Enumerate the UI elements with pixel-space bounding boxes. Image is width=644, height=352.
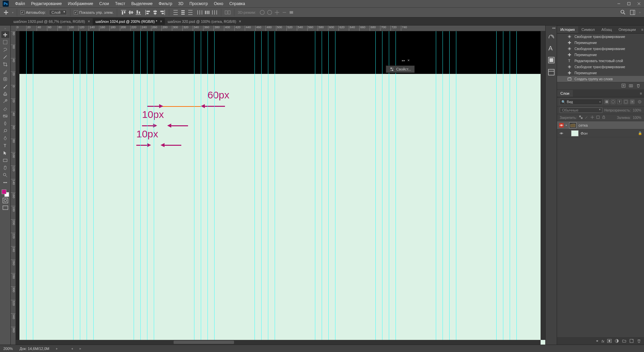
pen-tool[interactable] [1, 135, 9, 141]
layer-fx-icon[interactable]: fx [601, 339, 604, 343]
distribute-bottom-icon[interactable] [187, 9, 193, 15]
lasso-tool[interactable] [1, 46, 9, 53]
text-tool[interactable]: T [1, 142, 9, 149]
3d-orbit-icon[interactable] [259, 9, 265, 15]
menu-выделение[interactable]: Выделение [128, 0, 156, 7]
distribute-right-icon[interactable] [212, 9, 218, 15]
tab-actions[interactable]: Операции [615, 26, 639, 33]
guide-vertical[interactable] [389, 31, 389, 345]
visibility-eye-icon[interactable] [559, 131, 564, 136]
libraries-panel-icon[interactable] [547, 69, 556, 76]
color-swatches[interactable] [2, 189, 9, 197]
link-layers-icon[interactable]: ⚭ [596, 339, 599, 343]
snapshot-icon[interactable] [629, 83, 633, 89]
screen-mode-icon[interactable] [2, 205, 9, 211]
3d-roll-icon[interactable] [267, 9, 273, 15]
healing-tool[interactable] [1, 76, 9, 82]
document-tab[interactable]: шаблон 320.psd @ 100% (сетка, RGB/8)× [165, 18, 244, 25]
horizontal-scrollbar[interactable] [16, 340, 541, 345]
brush-tool[interactable] [1, 83, 9, 90]
properties-panel-collapsed[interactable]: Свойст... [386, 65, 415, 73]
new-group-icon[interactable] [622, 339, 627, 344]
guide-vertical[interactable] [261, 31, 262, 345]
eyedropper-tool[interactable] [1, 68, 9, 75]
guide-vertical[interactable] [87, 31, 87, 345]
create-document-icon[interactable] [621, 83, 626, 89]
guide-vertical[interactable] [255, 31, 255, 345]
guide-vertical[interactable] [382, 31, 382, 345]
adjustment-layer-icon[interactable] [614, 339, 619, 344]
menu-изображение[interactable]: Изображение [65, 0, 96, 7]
auto-select-target-dropdown[interactable]: Слой [49, 10, 67, 15]
document-tab[interactable]: шаблон 1024.psd @ 200% (RGB/8) *× [93, 18, 165, 25]
hand-tool[interactable] [1, 164, 9, 171]
layer-filter-dropdown[interactable]: 🔍Вид [560, 99, 602, 105]
styles-panel-icon[interactable] [547, 56, 556, 64]
blend-mode-dropdown[interactable]: Обычные [560, 107, 602, 113]
ruler-horizontal[interactable]: 0204060801001201401601802002202402602803… [16, 26, 545, 31]
filter-pixel-icon[interactable] [604, 99, 609, 104]
layer-name[interactable]: Фон [581, 131, 588, 135]
panel-menu-icon[interactable]: ≡ [639, 28, 644, 32]
guide-vertical[interactable] [510, 31, 510, 345]
blur-tool[interactable] [1, 120, 9, 127]
guide-vertical[interactable] [275, 31, 275, 345]
document-tab[interactable]: шаблон 1920.psd @ 66,7% (сетка, RGB/8)× [11, 18, 93, 25]
vertical-scrollbar[interactable] [541, 31, 545, 340]
guide-vertical[interactable] [503, 31, 503, 345]
guide-vertical[interactable] [375, 31, 376, 345]
3d-camera-icon[interactable] [289, 9, 295, 15]
gradient-tool[interactable] [1, 113, 9, 119]
guide-vertical[interactable] [80, 31, 80, 345]
visibility-eye-icon[interactable] [559, 123, 564, 128]
menu-просмотр[interactable]: Просмотр [186, 0, 211, 7]
lock-position-icon[interactable] [590, 115, 594, 120]
filter-text-icon[interactable]: T [617, 99, 622, 104]
tab-history[interactable]: История [557, 26, 578, 33]
guide-vertical[interactable] [214, 31, 215, 345]
guide-vertical[interactable] [194, 31, 194, 345]
guide-vertical[interactable] [335, 31, 335, 345]
guide-vertical[interactable] [33, 31, 33, 345]
adjustments-panel-icon[interactable] [547, 32, 556, 40]
guide-vertical[interactable] [496, 31, 497, 345]
guide-vertical[interactable] [516, 31, 517, 345]
guide-vertical[interactable] [322, 31, 322, 345]
quick-mask-icon[interactable] [2, 197, 9, 204]
document-size[interactable]: Док: 14,6M/12,0M [19, 347, 49, 351]
menu-фильтр[interactable]: Фильтр [156, 0, 175, 7]
lock-transparency-icon[interactable] [579, 115, 583, 120]
lock-artboard-icon[interactable] [596, 115, 600, 120]
workspace-icon[interactable] [630, 9, 636, 15]
distribute-left-icon[interactable] [197, 9, 203, 15]
3d-pan-icon[interactable] [274, 9, 280, 15]
dodge-tool[interactable] [1, 127, 9, 134]
guide-vertical[interactable] [147, 31, 147, 345]
stamp-tool[interactable] [1, 90, 9, 97]
distribute-hcenter-icon[interactable] [204, 9, 210, 15]
zoom-level[interactable]: 200% [3, 347, 13, 351]
floating-panel-collapse[interactable]: ▸▸✕ [402, 59, 410, 62]
layer-mask-icon[interactable] [607, 339, 612, 344]
align-top-icon[interactable] [121, 9, 127, 15]
lock-all-icon[interactable] [602, 115, 606, 120]
zoom-tool[interactable] [1, 172, 9, 178]
close-icon[interactable]: × [88, 19, 90, 24]
auto-align-icon[interactable] [225, 9, 231, 15]
expand-caret-icon[interactable]: ▸ [566, 124, 567, 127]
3d-slide-icon[interactable] [281, 9, 287, 15]
new-layer-icon[interactable] [629, 339, 634, 344]
align-right-icon[interactable] [159, 9, 166, 15]
close-icon[interactable]: × [239, 19, 241, 24]
menu-окно[interactable]: Окно [211, 0, 226, 7]
close-button[interactable] [634, 0, 644, 7]
history-state[interactable]: Свободное трансформирование [557, 46, 644, 52]
guide-vertical[interactable] [443, 31, 443, 345]
opacity-value[interactable]: 100% [633, 108, 641, 112]
auto-select-checkbox[interactable]: Автовыбор: [20, 10, 46, 14]
guide-vertical[interactable] [208, 31, 208, 345]
edit-toolbar-icon[interactable]: ••• [1, 179, 9, 186]
status-flyout-icon[interactable]: ▸ [56, 347, 58, 350]
lock-icon[interactable]: 🔒 [638, 131, 642, 135]
menu-текст[interactable]: Текст [112, 0, 128, 7]
